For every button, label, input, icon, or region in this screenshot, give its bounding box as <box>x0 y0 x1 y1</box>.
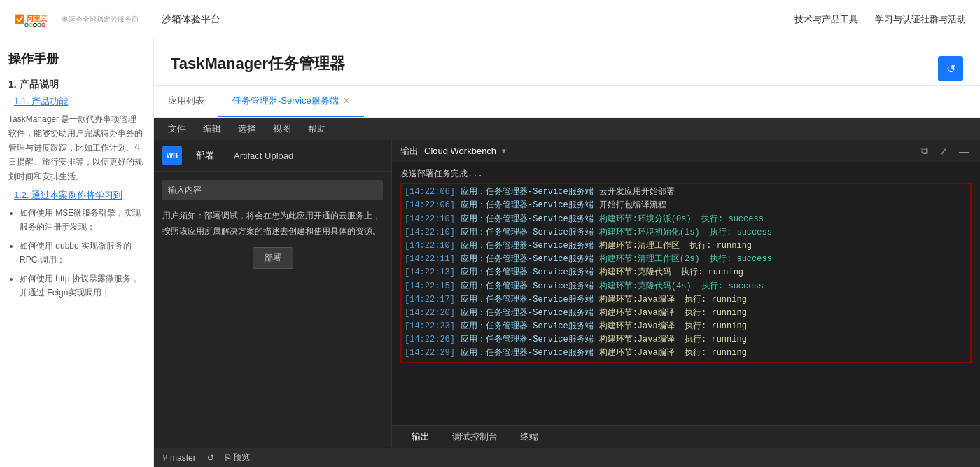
refresh-icon: ↺ <box>207 453 214 463</box>
output-panel: 输出 Cloud Workbench ▾ ⧉ ⤢ — 发送部 <box>392 140 980 447</box>
preview-icon: ⎘ <box>225 453 230 463</box>
log-text-info: 发送部署任务完成... <box>400 168 483 181</box>
deploy-panel: WB 部署 Artifact Upload 输入内容 用户须知：部署调试，将会在… <box>154 140 392 447</box>
sidebar-bullet-3: 如何使用 http 协议暴露微服务，并通过 Feign实现调用； <box>20 272 145 300</box>
menu-help[interactable]: 帮助 <box>300 118 335 140</box>
log-line-6: [14:22:13] 应用：任务管理器-Service服务端 构建环节:克隆代码… <box>405 266 967 279</box>
logo-area: 阿里云 奥运会全球指定云服务商 <box>14 9 139 30</box>
sidebar-subsection-1[interactable]: 1.1. 产品功能 <box>14 95 145 108</box>
tab-app-list-label: 应用列表 <box>168 95 204 107</box>
editor-body: WB 部署 Artifact Upload 输入内容 用户须知：部署调试，将会在… <box>154 140 980 447</box>
deploy-notice: 用户须知：部署调试，将会在您为此应用开通的云服务上，按照该应用所属解决方案的描述… <box>162 209 383 239</box>
deploy-tab-artifact[interactable]: Artifact Upload <box>228 148 299 164</box>
log-line-5: [14:22:11] 应用：任务管理器-Service服务端 构建环节:清理工作… <box>405 253 967 266</box>
bottom-tab-terminal[interactable]: 终端 <box>509 426 550 448</box>
deploy-input[interactable]: 输入内容 <box>162 180 383 200</box>
output-copy-icon[interactable]: ⧉ <box>918 144 931 158</box>
content-area: TaskManager任务管理器 ↺ 应用列表 任务管理器-Service服务端… <box>154 39 980 467</box>
status-branch[interactable]: ⑂ master <box>162 453 196 463</box>
deploy-content: 输入内容 用户须知：部署调试，将会在您为此应用开通的云服务上，按照该应用所属解决… <box>154 172 391 447</box>
branch-name: master <box>170 453 196 463</box>
svg-point-5 <box>25 23 29 27</box>
editor-menu-bar: 文件 编辑 选择 视图 帮助 <box>154 118 980 140</box>
log-line-3: [14:22:10] 应用：任务管理器-Service服务端 构建环节:环境初始… <box>405 226 967 239</box>
sidebar-bullet-2: 如何使用 dubbo 实现微服务的 RPC 调用； <box>20 239 145 267</box>
nav-right: 技术与产品工具 学习与认证社群与活动 <box>794 13 966 26</box>
svg-text:阿里云: 阿里云 <box>27 14 48 22</box>
nav-tech-tools[interactable]: 技术与产品工具 <box>794 13 858 26</box>
deploy-tab-deploy[interactable]: 部署 <box>190 146 220 165</box>
logo-subtitle: 奥运会全球指定云服务商 <box>62 15 139 25</box>
refresh-button[interactable]: ↺ <box>938 56 963 81</box>
log-highlighted-section: [14:22:06] 应用：任务管理器-Service服务端 云开发应用开始部署… <box>400 183 972 363</box>
git-branch-icon: ⑂ <box>162 453 167 463</box>
bottom-tab-debug[interactable]: 调试控制台 <box>441 426 509 448</box>
sidebar-section-1[interactable]: 1. 产品说明 <box>8 78 145 91</box>
log-line-4: [14:22:10] 应用：任务管理器-Service服务端 构建环节:清理工作… <box>405 239 967 253</box>
log-line-7: [14:22:15] 应用：任务管理器-Service服务端 构建环节:克隆代码… <box>405 280 967 293</box>
log-line-11: [14:22:26] 应用：任务管理器-Service服务端 构建环节:Java… <box>405 333 967 347</box>
log-line-1: [14:22:06] 应用：任务管理器-Service服务端 开始打包编译流程 <box>405 199 967 212</box>
aliyun-logo: 阿里云 <box>14 9 56 30</box>
log-line-10: [14:22:23] 应用：任务管理器-Service服务端 构建环节:Java… <box>405 320 967 333</box>
menu-file[interactable]: 文件 <box>160 118 195 140</box>
sidebar: 操作手册 1. 产品说明 1.1. 产品功能 TaskManager 是一款代办… <box>0 39 154 467</box>
tabs-bar: 应用列表 任务管理器-Service服务端 ✕ <box>154 86 980 118</box>
svg-point-6 <box>29 23 33 27</box>
sidebar-text-1: TaskManager 是一款代办事项管理软件；能够协助用户完成待办事务的管理与… <box>8 112 145 183</box>
status-refresh[interactable]: ↺ <box>207 453 214 463</box>
tab-task-service[interactable]: 任务管理器-Service服务端 ✕ <box>218 86 364 117</box>
sidebar-title: 操作手册 <box>8 50 145 67</box>
bottom-tab-output[interactable]: 输出 <box>400 426 441 448</box>
sidebar-bullet-list: 如何使用 MSE微服务引擎，实现服务的注册于发现； 如何使用 dubbo 实现微… <box>8 206 145 300</box>
menu-edit[interactable]: 编辑 <box>195 118 230 140</box>
svg-point-9 <box>42 23 46 27</box>
svg-point-7 <box>34 23 37 27</box>
output-minimize-icon[interactable]: — <box>956 144 972 158</box>
output-expand-icon[interactable]: ⤢ <box>937 144 951 158</box>
output-header-right: ⧉ ⤢ — <box>918 144 972 158</box>
svg-point-8 <box>38 23 41 27</box>
top-navigation: 阿里云 奥运会全球指定云服务商 沙箱体验平台 技术与产品工具 学习与认证社群与活… <box>0 0 980 39</box>
output-log: 发送部署任务完成... [14:22:06] 应用：任务管理器-Service服… <box>392 162 980 425</box>
output-source: Cloud Workbench <box>424 146 496 156</box>
output-header-left: 输出 Cloud Workbench ▾ <box>400 145 506 158</box>
output-label: 输出 <box>400 145 419 158</box>
preview-label: 预览 <box>233 452 250 463</box>
nav-community[interactable]: 学习与认证社群与活动 <box>875 13 966 26</box>
main-layout: 操作手册 1. 产品说明 1.1. 产品功能 TaskManager 是一款代办… <box>0 39 980 467</box>
menu-select[interactable]: 选择 <box>230 118 265 140</box>
log-line-8: [14:22:17] 应用：任务管理器-Service服务端 构建环节:Java… <box>405 293 967 307</box>
status-preview[interactable]: ⎘ 预览 <box>225 452 250 463</box>
sidebar-subsection-2[interactable]: 1.2. 通过本案例你将学习到 <box>14 189 145 202</box>
output-dropdown-icon[interactable]: ▾ <box>502 146 506 155</box>
tab-close-icon[interactable]: ✕ <box>343 96 350 106</box>
page-header: TaskManager任务管理器 ↺ <box>154 39 980 86</box>
nav-left: 阿里云 奥运会全球指定云服务商 沙箱体验平台 <box>14 9 220 30</box>
log-line-9: [14:22:20] 应用：任务管理器-Service服务端 构建环节:Java… <box>405 307 967 320</box>
editor-container: 文件 编辑 选择 视图 帮助 WB 部署 Artifact Upload 输入内… <box>154 118 980 467</box>
log-line-info: 发送部署任务完成... <box>400 168 972 181</box>
menu-view[interactable]: 视图 <box>265 118 300 140</box>
output-bottom-tabs: 输出 调试控制台 终端 <box>392 425 980 447</box>
nav-divider <box>150 11 150 28</box>
status-bar: ⑂ master ↺ ⎘ 预览 <box>154 447 980 467</box>
platform-name: 沙箱体验平台 <box>162 13 220 26</box>
sidebar-bullet-1: 如何使用 MSE微服务引擎，实现服务的注册于发现； <box>20 206 145 235</box>
workbench-icon: WB <box>162 146 182 165</box>
sidebar-resize-handle[interactable] <box>150 39 153 467</box>
deploy-panel-header: WB 部署 Artifact Upload <box>154 140 391 172</box>
page-title: TaskManager任务管理器 <box>171 53 345 85</box>
log-line-12: [14:22:29] 应用：任务管理器-Service服务端 构建环节:Java… <box>405 347 967 360</box>
output-header: 输出 Cloud Workbench ▾ ⧉ ⤢ — <box>392 140 980 162</box>
tab-task-service-label: 任务管理器-Service服务端 <box>232 95 339 107</box>
log-line-2: [14:22:10] 应用：任务管理器-Service服务端 构建环节:环境分派… <box>405 213 967 226</box>
tab-app-list[interactable]: 应用列表 <box>154 86 218 117</box>
deploy-button[interactable]: 部署 <box>253 247 293 269</box>
log-line-0: [14:22:06] 应用：任务管理器-Service服务端 云开发应用开始部署 <box>405 186 967 199</box>
